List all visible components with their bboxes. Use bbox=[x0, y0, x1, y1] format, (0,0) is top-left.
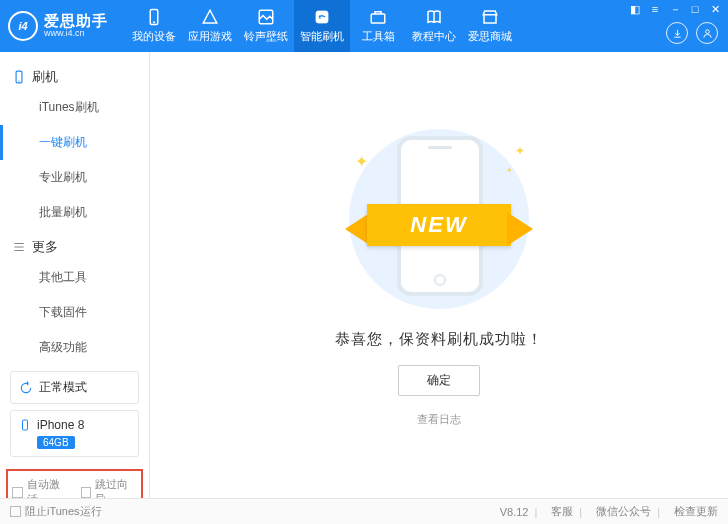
device-icon bbox=[145, 8, 163, 26]
star-icon: ✦ bbox=[355, 152, 368, 171]
content-pane: ✦ ✦ ✦ NEW 恭喜您，保资料刷机成功啦！ 确定 查看日志 bbox=[150, 52, 728, 498]
logo-icon: i4 bbox=[8, 11, 38, 41]
chk-label: 自动激活 bbox=[27, 477, 69, 498]
nav-flash[interactable]: 智能刷机 bbox=[294, 0, 350, 52]
auto-activate-checkbox[interactable]: 自动激活 bbox=[12, 477, 69, 498]
sidebar-cat-more: 更多 bbox=[0, 230, 149, 260]
sidebar-item-batch[interactable]: 批量刷机 bbox=[0, 195, 149, 230]
user-button[interactable] bbox=[696, 22, 718, 44]
cat-label: 更多 bbox=[32, 238, 58, 256]
svg-point-7 bbox=[18, 81, 19, 82]
apps-icon bbox=[201, 8, 219, 26]
app-logo: i4 爱思助手 www.i4.cn bbox=[8, 11, 108, 41]
nav-tutorial[interactable]: 教程中心 bbox=[406, 0, 462, 52]
app-url: www.i4.cn bbox=[44, 29, 108, 39]
book-icon bbox=[425, 8, 443, 26]
sidebar-item-advanced[interactable]: 高级功能 bbox=[0, 330, 149, 365]
minimize-button[interactable]: － bbox=[666, 2, 684, 16]
success-illustration: ✦ ✦ ✦ NEW bbox=[339, 124, 539, 314]
maximize-button[interactable]: □ bbox=[686, 2, 704, 16]
menu-icon[interactable]: ≡ bbox=[646, 2, 664, 16]
wechat-link[interactable]: 微信公众号 bbox=[596, 504, 651, 519]
flash-icon bbox=[313, 8, 331, 26]
status-label: 正常模式 bbox=[39, 379, 87, 396]
shirt-icon[interactable]: ◧ bbox=[626, 2, 644, 16]
nav-label: 我的设备 bbox=[132, 29, 176, 44]
nav-label: 教程中心 bbox=[412, 29, 456, 44]
skip-wizard-checkbox[interactable]: 跳过向导 bbox=[81, 477, 138, 498]
success-message: 恭喜您，保资料刷机成功啦！ bbox=[335, 330, 543, 349]
nav-label: 铃声壁纸 bbox=[244, 29, 288, 44]
sidebar-item-other[interactable]: 其他工具 bbox=[0, 260, 149, 295]
block-itunes-checkbox[interactable]: 阻止iTunes运行 bbox=[10, 504, 102, 519]
nav-label: 智能刷机 bbox=[300, 29, 344, 44]
app-name: 爱思助手 bbox=[44, 13, 108, 30]
sidebar-item-pro[interactable]: 专业刷机 bbox=[0, 160, 149, 195]
header-extra bbox=[666, 22, 718, 44]
status-bar: 阻止iTunes运行 V8.12 | 客服 | 微信公众号 | 检查更新 bbox=[0, 498, 728, 524]
nav-label: 应用游戏 bbox=[188, 29, 232, 44]
nav-my-device[interactable]: 我的设备 bbox=[126, 0, 182, 52]
sidebar-item-itunes[interactable]: iTunes刷机 bbox=[0, 90, 149, 125]
star-icon: ✦ bbox=[515, 144, 525, 158]
app-header: i4 爱思助手 www.i4.cn 我的设备 应用游戏 铃声壁纸 智能刷机 工具… bbox=[0, 0, 728, 52]
check-update-link[interactable]: 检查更新 bbox=[674, 504, 718, 519]
support-link[interactable]: 客服 bbox=[551, 504, 573, 519]
chk-label: 阻止iTunes运行 bbox=[25, 504, 102, 519]
ribbon-text: NEW bbox=[367, 204, 511, 246]
window-controls: ◧ ≡ － □ ✕ bbox=[626, 2, 724, 16]
wallpaper-icon bbox=[257, 8, 275, 26]
cat-label: 刷机 bbox=[32, 68, 58, 86]
svg-point-5 bbox=[705, 29, 709, 33]
device-mode-status[interactable]: 正常模式 bbox=[10, 371, 139, 404]
logo-text: 爱思助手 www.i4.cn bbox=[44, 13, 108, 39]
svg-rect-8 bbox=[23, 420, 28, 430]
svg-rect-3 bbox=[316, 11, 328, 23]
chk-label: 跳过向导 bbox=[95, 477, 137, 498]
nav-label: 工具箱 bbox=[362, 29, 395, 44]
sidebar-item-oneclick[interactable]: 一键刷机 bbox=[0, 125, 149, 160]
new-ribbon: NEW bbox=[339, 204, 539, 254]
main-nav: 我的设备 应用游戏 铃声壁纸 智能刷机 工具箱 教程中心 爱思商城 bbox=[126, 0, 518, 52]
main-area: 刷机 iTunes刷机 一键刷机 专业刷机 批量刷机 更多 其他工具 下载固件 … bbox=[0, 52, 728, 498]
svg-point-1 bbox=[153, 22, 155, 24]
highlighted-options: 自动激活 跳过向导 bbox=[6, 469, 143, 498]
nav-mall[interactable]: 爱思商城 bbox=[462, 0, 518, 52]
device-name: iPhone 8 bbox=[37, 418, 84, 432]
sidebar-cat-flash: 刷机 bbox=[0, 60, 149, 90]
star-icon: ✦ bbox=[506, 166, 513, 175]
menu-icon bbox=[12, 240, 26, 254]
device-card[interactable]: iPhone 8 64GB bbox=[10, 410, 139, 457]
phone-icon bbox=[12, 70, 26, 84]
toolbox-icon bbox=[369, 8, 387, 26]
nav-label: 爱思商城 bbox=[468, 29, 512, 44]
store-icon bbox=[481, 8, 499, 26]
sidebar-item-download[interactable]: 下载固件 bbox=[0, 295, 149, 330]
svg-rect-4 bbox=[371, 14, 385, 23]
sidebar: 刷机 iTunes刷机 一键刷机 专业刷机 批量刷机 更多 其他工具 下载固件 … bbox=[0, 52, 150, 498]
confirm-button[interactable]: 确定 bbox=[398, 365, 480, 396]
refresh-icon bbox=[19, 381, 33, 395]
view-log-link[interactable]: 查看日志 bbox=[417, 412, 461, 427]
storage-badge: 64GB bbox=[37, 436, 75, 449]
close-button[interactable]: ✕ bbox=[706, 2, 724, 16]
download-button[interactable] bbox=[666, 22, 688, 44]
phone-icon bbox=[19, 419, 31, 431]
version-label: V8.12 bbox=[500, 506, 529, 518]
nav-apps[interactable]: 应用游戏 bbox=[182, 0, 238, 52]
nav-tools[interactable]: 工具箱 bbox=[350, 0, 406, 52]
nav-ringtones[interactable]: 铃声壁纸 bbox=[238, 0, 294, 52]
